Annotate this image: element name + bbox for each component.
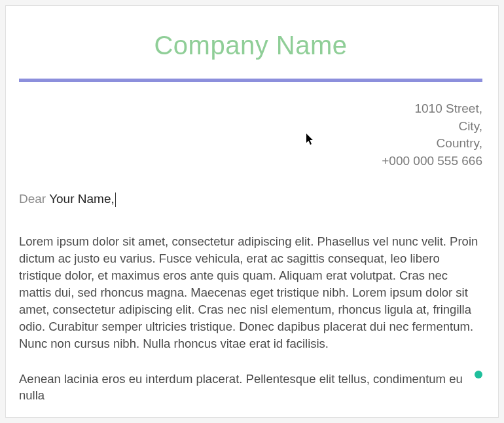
- address-city: City,: [19, 118, 482, 136]
- address-block: 1010 Street, City, Country, +000 000 555…: [19, 100, 482, 170]
- salutation-name: Your Name,: [49, 192, 115, 206]
- company-title: Company Name: [19, 31, 482, 60]
- address-street: 1010 Street,: [19, 100, 482, 118]
- text-cursor: [115, 193, 116, 207]
- salutation-line[interactable]: Dear Your Name,: [19, 192, 116, 207]
- body-paragraph-2[interactable]: Aenean lacinia eros eu interdum placerat…: [19, 371, 482, 405]
- address-phone: +000 000 555 666: [19, 153, 482, 170]
- fab-indicator[interactable]: [475, 371, 482, 378]
- document-page[interactable]: Company Name 1010 Street, City, Country,…: [5, 5, 499, 418]
- salutation-greeting: Dear: [19, 192, 49, 206]
- address-country: Country,: [19, 135, 482, 153]
- body-paragraph-1[interactable]: Lorem ipsum dolor sit amet, consectetur …: [19, 233, 482, 352]
- header-divider: [19, 79, 482, 82]
